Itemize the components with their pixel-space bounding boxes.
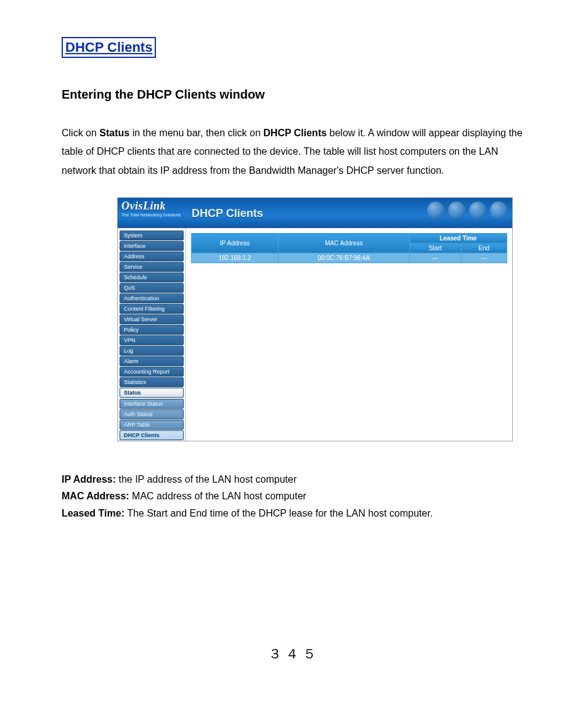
section-subtitle: Entering the DHCP Clients window	[62, 88, 526, 102]
body-text-strong: Status	[99, 128, 129, 138]
body-text-fragment: Click on	[62, 128, 99, 138]
definition-text: The Start and End time of the DHCP lease…	[125, 508, 433, 518]
definition-label: IP Address:	[62, 474, 116, 485]
definition-label: MAC Address:	[62, 491, 129, 501]
sidebar-item-alarm[interactable]: Alarm	[120, 356, 184, 366]
sidebar-item-address[interactable]: Address	[120, 252, 184, 261]
col-header-mac: MAC Address	[278, 234, 409, 253]
globe-icon	[448, 202, 465, 219]
page-number: ３４５	[62, 645, 526, 663]
sidebar-item-authentication[interactable]: Authentication	[120, 293, 184, 303]
cell-start: ---	[409, 253, 461, 263]
sidebar-item-accounting-report[interactable]: Accounting Report	[120, 367, 184, 377]
definition-row: MAC Address: MAC address of the LAN host…	[62, 488, 526, 504]
table-row: 192.168.1.200:0C:76:B7:96:4A------	[192, 253, 507, 263]
sidebar-item-qos[interactable]: QoS	[120, 283, 184, 293]
cell-mac: 00:0C:76:B7:96:4A	[278, 253, 409, 263]
brand-tagline: The Total Networking Solutions	[121, 213, 181, 217]
definition-label: Leased Time:	[62, 508, 125, 518]
banner-decoration	[427, 202, 507, 219]
sidebar-item-content-filtering[interactable]: Content Filtering	[120, 304, 184, 314]
globe-icon	[490, 202, 507, 219]
definition-row: IP Address: the IP address of the LAN ho…	[62, 471, 526, 488]
col-header-start: Start	[409, 243, 461, 253]
cell-ip: 192.168.1.2	[192, 253, 279, 263]
globe-icon	[469, 202, 486, 219]
sidebar-item-service[interactable]: Service	[120, 262, 184, 272]
col-header-end: End	[461, 243, 507, 253]
dhcp-clients-table: IP Address MAC Address Leased Time Start…	[191, 233, 507, 263]
sidebar-subitem-arp-table[interactable]: ARP Table	[120, 420, 184, 430]
embedded-screenshot: OvisLink The Total Networking Solutions …	[117, 197, 513, 441]
sidebar-item-vpn[interactable]: VPN	[120, 335, 184, 345]
definition-row: Leased Time: The Start and End time of t…	[62, 505, 526, 522]
screenshot-body: SystemInterfaceAddressServiceScheduleQoS…	[118, 227, 512, 441]
section-title: DHCP Clients	[62, 37, 156, 58]
sidebar-item-interface[interactable]: Interface	[120, 241, 184, 251]
definition-text: the IP address of the LAN host computer	[116, 474, 296, 485]
brand-logo: OvisLink	[121, 200, 166, 213]
body-paragraph: Click on Status in the menu bar, then cl…	[62, 124, 526, 180]
cell-end: ---	[461, 253, 507, 263]
sidebar-item-schedule[interactable]: Schedule	[120, 272, 184, 282]
sidebar-subitem-interface-status[interactable]: Interface Status	[120, 399, 184, 409]
screenshot-page-title: DHCP Clients	[192, 207, 263, 220]
sidebar-subitem-auth-status[interactable]: Auth Status	[120, 409, 184, 419]
body-text-fragment: in the menu bar, then click on	[129, 128, 263, 138]
document-page: DHCP Clients Entering the DHCP Clients w…	[0, 0, 588, 688]
definition-text: MAC address of the LAN host computer	[129, 491, 306, 501]
sidebar-subitem-dhcp-clients[interactable]: DHCP Clients	[120, 430, 184, 440]
sidebar-nav: SystemInterfaceAddressServiceScheduleQoS…	[118, 228, 186, 441]
sidebar-item-system[interactable]: System	[120, 231, 184, 240]
sidebar-item-virtual-server[interactable]: Virtual Server	[120, 314, 184, 324]
col-header-ip: IP Address	[192, 234, 279, 253]
sidebar-item-policy[interactable]: Policy	[120, 325, 184, 335]
sidebar-item-statistics[interactable]: Statistics	[120, 377, 184, 387]
body-text-strong: DHCP Clients	[263, 128, 327, 138]
sidebar-item-log[interactable]: Log	[120, 346, 184, 356]
col-header-leased: Leased Time	[409, 234, 507, 243]
screenshot-banner: OvisLink The Total Networking Solutions …	[118, 198, 512, 227]
screenshot-content: IP Address MAC Address Leased Time Start…	[186, 228, 512, 441]
globe-icon	[427, 202, 444, 219]
definitions-list: IP Address: the IP address of the LAN ho…	[62, 471, 526, 522]
sidebar-item-status[interactable]: Status	[120, 388, 184, 398]
